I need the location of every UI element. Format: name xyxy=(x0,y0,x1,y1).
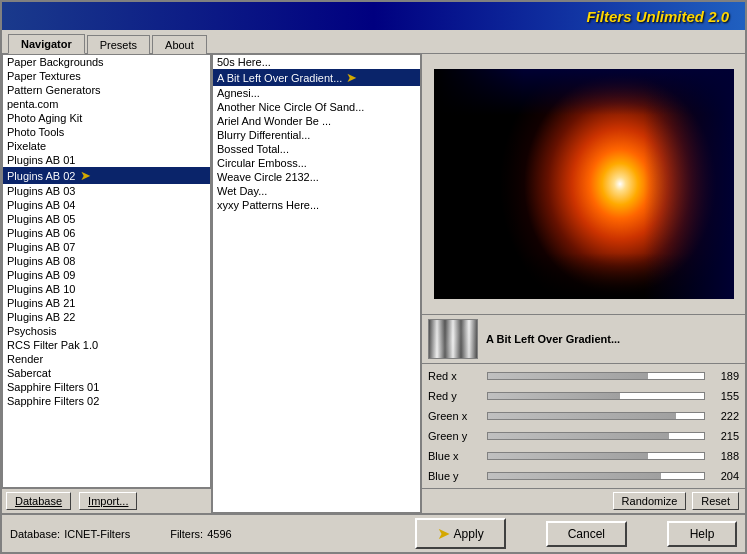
apply-arrow-icon: ➤ xyxy=(437,524,450,543)
slider-track[interactable] xyxy=(487,432,705,440)
filter-item[interactable]: Agnesi... xyxy=(213,86,420,100)
slider-track[interactable] xyxy=(487,472,705,480)
left-toolbar: Database Import... xyxy=(2,488,211,513)
status-filters: Filters: 4596 xyxy=(170,528,231,540)
bottom-right: A Bit Left Over Gradient... Red x189Red … xyxy=(422,314,745,513)
preview-canvas xyxy=(434,69,734,299)
filter-item[interactable]: Another Nice Circle Of Sand... xyxy=(213,100,420,114)
list-item[interactable]: RCS Filter Pak 1.0 xyxy=(3,338,210,352)
slider-label: Green x xyxy=(428,410,483,422)
gradient-preview-image xyxy=(434,69,734,299)
category-list[interactable]: Paper BackgroundsPaper TexturesPattern G… xyxy=(2,54,211,488)
list-item[interactable]: Sabercat xyxy=(3,366,210,380)
slider-track[interactable] xyxy=(487,412,705,420)
randomize-reset-bar: Randomize Reset xyxy=(422,488,745,513)
slider-value: 189 xyxy=(709,370,739,382)
cancel-button[interactable]: Cancel xyxy=(546,521,627,547)
top-section: 50s Here...A Bit Left Over Gradient...➤A… xyxy=(212,54,745,513)
list-item[interactable]: Photo Aging Kit xyxy=(3,111,210,125)
apply-label: Apply xyxy=(454,527,484,541)
list-item[interactable]: Plugins AB 21 xyxy=(3,296,210,310)
status-database: Database: ICNET-Filters xyxy=(10,528,130,540)
import-button[interactable]: Import... xyxy=(79,492,137,510)
list-item[interactable]: Psychosis xyxy=(3,324,210,338)
filter-item[interactable]: xyxy Patterns Here... xyxy=(213,198,420,212)
list-item[interactable]: Pixelate xyxy=(3,139,210,153)
randomize-button[interactable]: Randomize xyxy=(613,492,687,510)
status-bar: Database: ICNET-Filters Filters: 4596 ➤ … xyxy=(2,513,745,552)
list-item[interactable]: Photo Tools xyxy=(3,125,210,139)
slider-row: Green x222 xyxy=(428,406,739,426)
list-item[interactable]: Paper Textures xyxy=(3,69,210,83)
slider-row: Red x189 xyxy=(428,366,739,386)
slider-label: Blue y xyxy=(428,470,483,482)
slider-label: Red y xyxy=(428,390,483,402)
slider-row: Red y155 xyxy=(428,386,739,406)
arrow-icon: ➤ xyxy=(80,168,91,183)
slider-fill xyxy=(488,433,669,439)
apply-button[interactable]: ➤ Apply xyxy=(415,518,506,549)
list-item[interactable]: Plugins AB 01 xyxy=(3,153,210,167)
tab-navigator[interactable]: Navigator xyxy=(8,34,85,54)
filter-item[interactable]: Bossed Total... xyxy=(213,142,420,156)
list-item[interactable]: Plugins AB 09 xyxy=(3,268,210,282)
reset-button[interactable]: Reset xyxy=(692,492,739,510)
app-title: Filters Unlimited 2.0 xyxy=(586,8,729,25)
filter-list[interactable]: 50s Here...A Bit Left Over Gradient...➤A… xyxy=(212,54,421,513)
filter-item[interactable]: Weave Circle 2132... xyxy=(213,170,420,184)
filter-item[interactable]: Wet Day... xyxy=(213,184,420,198)
filter-item[interactable]: Blurry Differential... xyxy=(213,128,420,142)
filter-list-container: 50s Here...A Bit Left Over Gradient...➤A… xyxy=(212,54,422,513)
slider-row: Blue y204 xyxy=(428,466,739,486)
list-item[interactable]: Render xyxy=(3,352,210,366)
slider-track[interactable] xyxy=(487,372,705,380)
left-panel: Paper BackgroundsPaper TexturesPattern G… xyxy=(2,54,212,513)
tab-presets[interactable]: Presets xyxy=(87,35,150,54)
gradient-overlay xyxy=(434,69,734,299)
slider-value: 155 xyxy=(709,390,739,402)
slider-track[interactable] xyxy=(487,452,705,460)
slider-value: 204 xyxy=(709,470,739,482)
filter-item[interactable]: 50s Here... xyxy=(213,55,420,69)
database-value: ICNET-Filters xyxy=(64,528,130,540)
slider-row: Green y215 xyxy=(428,426,739,446)
tab-bar: Navigator Presets About xyxy=(2,30,745,54)
filter-item[interactable]: Ariel And Wonder Be ... xyxy=(213,114,420,128)
category-list-container: Paper BackgroundsPaper TexturesPattern G… xyxy=(2,54,211,488)
list-item[interactable]: Sapphire Filters 01 xyxy=(3,380,210,394)
filter-item[interactable]: A Bit Left Over Gradient...➤ xyxy=(213,69,420,86)
slider-track[interactable] xyxy=(487,392,705,400)
slider-value: 215 xyxy=(709,430,739,442)
help-button[interactable]: Help xyxy=(667,521,737,547)
slider-fill xyxy=(488,453,648,459)
list-item[interactable]: Plugins AB 07 xyxy=(3,240,210,254)
list-item[interactable]: Pattern Generators xyxy=(3,83,210,97)
list-item[interactable]: Plugins AB 03 xyxy=(3,184,210,198)
filter-item[interactable]: Circular Emboss... xyxy=(213,156,420,170)
database-label: Database: xyxy=(10,528,60,540)
list-item[interactable]: Plugins AB 22 xyxy=(3,310,210,324)
filters-value: 4596 xyxy=(207,528,231,540)
slider-fill xyxy=(488,413,676,419)
database-button[interactable]: Database xyxy=(6,492,71,510)
list-item[interactable]: Plugins AB 08 xyxy=(3,254,210,268)
slider-label: Red x xyxy=(428,370,483,382)
slider-fill xyxy=(488,473,661,479)
list-item[interactable]: Plugins AB 02➤ xyxy=(3,167,210,184)
slider-fill xyxy=(488,373,648,379)
filter-thumbnail xyxy=(428,319,478,359)
list-item[interactable]: penta.com xyxy=(3,97,210,111)
list-item[interactable]: Paper Backgrounds xyxy=(3,55,210,69)
list-item[interactable]: Plugins AB 04 xyxy=(3,198,210,212)
title-bar: Filters Unlimited 2.0 xyxy=(2,2,745,30)
filter-name-label: A Bit Left Over Gradient... xyxy=(486,333,620,345)
slider-value: 222 xyxy=(709,410,739,422)
list-item[interactable]: Plugins AB 05 xyxy=(3,212,210,226)
slider-label: Blue x xyxy=(428,450,483,462)
list-item[interactable]: Plugins AB 10 xyxy=(3,282,210,296)
filters-label: Filters: xyxy=(170,528,203,540)
list-item[interactable]: Plugins AB 06 xyxy=(3,226,210,240)
list-item[interactable]: Sapphire Filters 02 xyxy=(3,394,210,408)
slider-value: 188 xyxy=(709,450,739,462)
tab-about[interactable]: About xyxy=(152,35,207,54)
